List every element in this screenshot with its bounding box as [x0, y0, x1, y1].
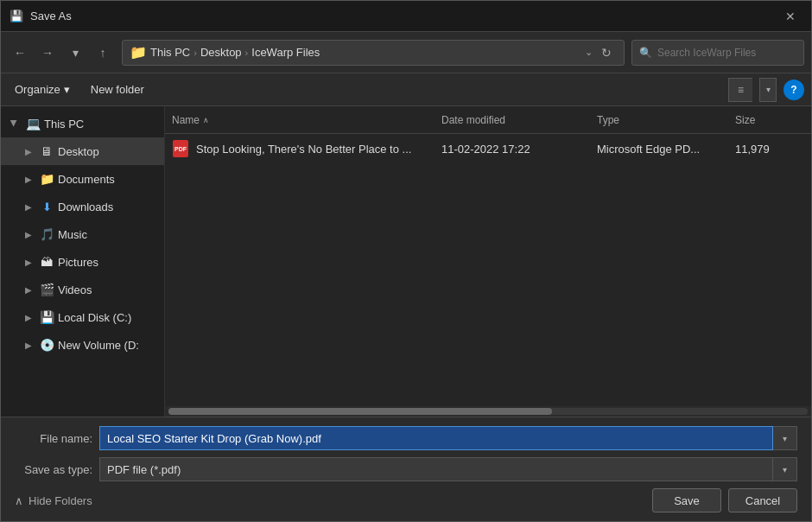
sidebar-item-pictures[interactable]: ▶ 🏔 Pictures — [1, 248, 164, 276]
expand-arrow-new-volume: ▶ — [22, 338, 35, 352]
refresh-button[interactable]: ↻ — [596, 42, 617, 63]
expand-arrow-downloads: ▶ — [22, 200, 35, 213]
filename-input-wrapper: ▾ — [99, 426, 797, 450]
hide-folders-button[interactable]: ∧ Hide Folders — [15, 494, 92, 507]
col-type-label: Type — [597, 114, 619, 126]
expand-arrow-local-disk: ▶ — [22, 310, 35, 324]
pdf-icon — [173, 140, 188, 157]
sidebar-item-downloads[interactable]: ▶ ⬇ Downloads — [1, 193, 164, 220]
sidebar-item-videos[interactable]: ▶ 🎬 Videos — [1, 276, 164, 303]
sidebar-item-this-pc[interactable]: ▶ 💻 This PC — [1, 110, 164, 137]
save-button[interactable]: Save — [652, 488, 721, 512]
file-name-cell: Stop Looking, There's No Better Place to… — [172, 140, 441, 157]
toolbar: Organize ▾ New folder ≡ ▾ ? — [1, 73, 811, 106]
filetype-input[interactable] — [99, 457, 773, 481]
desktop-icon: 🖥 — [39, 143, 54, 159]
search-icon: 🔍 — [639, 47, 652, 59]
dropdown-button[interactable]: ▾ — [63, 41, 87, 65]
expand-arrow-videos: ▶ — [22, 283, 35, 296]
filename-input[interactable] — [99, 426, 773, 450]
titlebar: 💾 Save As ✕ — [1, 1, 811, 32]
expand-arrow-music: ▶ — [22, 227, 35, 241]
filetype-row: Save as type: ▾ — [15, 457, 797, 481]
this-pc-icon: 💻 — [25, 116, 41, 131]
action-row: ∧ Hide Folders Save Cancel — [15, 488, 797, 512]
scrollbar-track — [168, 408, 808, 415]
breadcrumb-part-1: Desktop — [200, 46, 242, 59]
titlebar-left: 💾 Save As — [10, 10, 72, 23]
filename-label: File name: — [15, 432, 92, 445]
view-button[interactable]: ≡ — [728, 78, 752, 102]
this-pc-label: This PC — [44, 118, 84, 130]
help-button[interactable]: ? — [783, 80, 804, 100]
sidebar-item-new-volume[interactable]: ▶ 💿 New Volume (D: — [1, 331, 164, 359]
music-icon: 🎵 — [39, 226, 54, 242]
breadcrumb-part-0: This PC — [150, 46, 190, 59]
col-date-label: Date modified — [441, 114, 505, 126]
dialog-title: Save As — [30, 10, 72, 22]
expand-arrow-desktop: ▶ — [22, 144, 35, 158]
folder-icon: 📁 — [130, 44, 147, 60]
organize-arrow-icon: ▾ — [64, 83, 70, 96]
search-bar[interactable]: 🔍 — [631, 40, 804, 66]
dialog-icon: 💾 — [10, 10, 23, 23]
back-button[interactable]: ← — [8, 41, 32, 65]
search-input[interactable] — [657, 47, 796, 59]
close-button[interactable]: ✕ — [778, 4, 802, 29]
forward-button[interactable]: → — [35, 41, 60, 65]
address-bar[interactable]: 📁 This PC › Desktop › IceWarp Files ⌄ ↻ — [122, 40, 625, 66]
bottom-panel: File name: ▾ Save as type: ▾ ∧ Hide Fold… — [1, 417, 811, 521]
expand-arrow-pictures: ▶ — [22, 255, 35, 269]
filetype-input-wrapper: ▾ — [99, 457, 797, 481]
videos-icon: 🎬 — [39, 282, 54, 297]
pictures-label: Pictures — [58, 256, 98, 269]
new-volume-icon: 💿 — [39, 337, 54, 353]
breadcrumb-part-2: IceWarp Files — [251, 46, 320, 59]
expand-arrow-documents: ▶ — [22, 172, 35, 186]
col-type-header[interactable]: Type — [597, 114, 735, 126]
organize-button[interactable]: Organize ▾ — [8, 80, 77, 99]
new-volume-label: New Volume (D: — [58, 339, 139, 352]
up-button[interactable]: ↑ — [91, 41, 115, 65]
hide-folders-label: Hide Folders — [29, 494, 92, 507]
organize-label: Organize — [15, 83, 60, 96]
breadcrumb: This PC › Desktop › IceWarp Files — [150, 46, 581, 59]
col-name-label: Name — [172, 114, 200, 126]
action-buttons: Save Cancel — [652, 488, 797, 512]
filetype-dropdown[interactable]: ▾ — [773, 457, 797, 481]
file-type: Microsoft Edge PD... — [597, 143, 735, 156]
horizontal-scrollbar[interactable] — [165, 406, 811, 417]
save-as-dialog: 💾 Save As ✕ ← → ▾ ↑ 📁 This PC › Desktop … — [0, 0, 812, 522]
sidebar: ▶ 💻 This PC ▶ 🖥 Desktop ▶ 📁 Documents ▶ … — [1, 106, 165, 417]
documents-icon: 📁 — [39, 171, 54, 187]
cancel-button[interactable]: Cancel — [728, 488, 797, 512]
filename-dropdown[interactable]: ▾ — [773, 426, 797, 450]
sidebar-item-local-disk[interactable]: ▶ 💾 Local Disk (C:) — [1, 303, 164, 331]
table-row[interactable]: Stop Looking, There's No Better Place to… — [165, 134, 811, 163]
local-disk-label: Local Disk (C:) — [58, 311, 131, 324]
sidebar-item-music[interactable]: ▶ 🎵 Music — [1, 220, 164, 248]
sidebar-item-documents[interactable]: ▶ 📁 Documents — [1, 165, 164, 193]
col-date-header[interactable]: Date modified — [441, 114, 597, 126]
sidebar-item-desktop[interactable]: ▶ 🖥 Desktop — [1, 137, 164, 165]
navbar: ← → ▾ ↑ 📁 This PC › Desktop › IceWarp Fi… — [1, 32, 811, 73]
expand-arrow-this-pc: ▶ — [8, 117, 22, 130]
view-dropdown-button[interactable]: ▾ — [759, 78, 777, 102]
desktop-label: Desktop — [58, 145, 99, 158]
col-name-header[interactable]: Name ∧ — [172, 114, 441, 126]
file-header: Name ∧ Date modified Type Size — [165, 106, 811, 134]
music-label: Music — [58, 228, 87, 241]
pictures-icon: 🏔 — [39, 254, 54, 270]
col-size-header[interactable]: Size — [735, 114, 804, 126]
videos-label: Videos — [58, 283, 92, 296]
new-folder-button[interactable]: New folder — [84, 80, 151, 99]
file-date: 11-02-2022 17:22 — [441, 143, 597, 156]
file-size: 11,979 — [735, 143, 804, 156]
breadcrumb-sep-1: › — [245, 48, 249, 58]
main-area: ▶ 💻 This PC ▶ 🖥 Desktop ▶ 📁 Documents ▶ … — [1, 106, 811, 417]
downloads-icon: ⬇ — [39, 199, 54, 214]
breadcrumb-sep-0: › — [193, 48, 197, 58]
hide-folders-icon: ∧ — [15, 494, 23, 507]
file-area: Name ∧ Date modified Type Size — [165, 106, 811, 417]
address-chevron[interactable]: ⌄ — [585, 47, 593, 58]
